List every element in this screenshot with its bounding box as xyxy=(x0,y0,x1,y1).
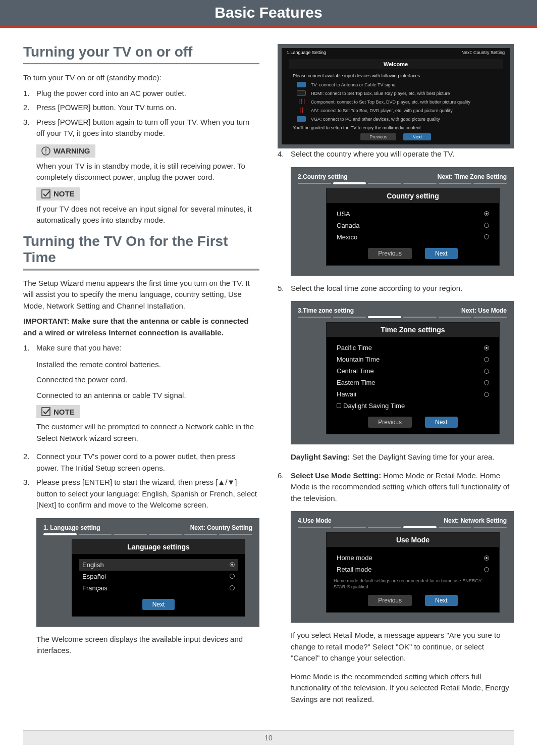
tz-option-dst[interactable]: Daylight Saving Time xyxy=(334,400,492,412)
component-icon: ┆┆┆ xyxy=(297,99,306,105)
progress-bar xyxy=(43,533,252,535)
section2-p1: The Setup Wizard menu appears the first … xyxy=(23,278,259,312)
next-button[interactable]: Next xyxy=(425,417,458,428)
right-step-4: 4.Select the country where you will oper… xyxy=(278,148,514,160)
section2-title: Turning the TV On for the First Time xyxy=(23,233,259,266)
previous-button[interactable]: Previous xyxy=(368,417,412,428)
next-button[interactable]: Next xyxy=(142,599,175,610)
section-divider xyxy=(23,63,259,65)
important-text: IMPORTANT: Make sure that the antenna or… xyxy=(23,316,259,338)
radio-icon xyxy=(484,567,489,572)
radio-icon xyxy=(230,562,235,567)
step-number: 5. xyxy=(278,283,287,294)
tz-option-hawaii[interactable]: Hawaii xyxy=(334,388,492,400)
progress-bar xyxy=(298,526,507,528)
left-column: Turning your TV on or off To turn your T… xyxy=(23,44,259,712)
shot-next-label: Next: Use Mode xyxy=(461,307,507,314)
av-icon: ┆┆ xyxy=(297,108,306,113)
radio-icon xyxy=(230,585,235,590)
language-box-title: Language settings xyxy=(72,540,245,554)
radio-icon xyxy=(484,369,489,374)
country-box-title: Country setting xyxy=(327,189,499,203)
tz-option-central[interactable]: Central Time xyxy=(334,365,492,377)
welcome-footer: You'll be guided to setup the TV to enjo… xyxy=(282,123,510,133)
warning-text: When your TV is in standby mode, it is s… xyxy=(36,161,259,183)
progress-bar xyxy=(298,316,507,318)
svg-rect-4 xyxy=(42,408,50,416)
note-badge: NOTE xyxy=(36,405,80,418)
note-label: NOTE xyxy=(53,408,75,416)
check-icon xyxy=(41,407,50,416)
tz-option-mountain[interactable]: Mountain Time xyxy=(334,354,492,365)
check-icon xyxy=(41,189,50,198)
use-mode-box: Use Mode Home mode Retail mode Home mode… xyxy=(326,532,500,613)
vga-icon xyxy=(297,116,306,122)
next-button[interactable]: Next xyxy=(425,248,458,259)
country-option-canada[interactable]: Canada xyxy=(334,220,492,231)
daylight-saving-text: Daylight Saving: Set the Daylight Saving… xyxy=(278,451,514,463)
right-step-6: 6.Select Use Mode Setting: Home Mode or … xyxy=(278,470,514,505)
section2-steps: 1.Make sure that you have: xyxy=(23,342,259,354)
step-text: Connect your TV's power cord to a power … xyxy=(36,451,259,474)
welcome-row-av: ┆┆A/V: connect to Set Top Box, DVD playe… xyxy=(282,106,510,115)
radio-icon xyxy=(484,380,489,385)
page-number: 10 xyxy=(23,730,514,745)
radio-icon xyxy=(230,574,235,579)
step-number: 6. xyxy=(278,470,287,505)
right-step-5: 5.Select the local time zone according t… xyxy=(278,283,514,294)
checkbox-icon xyxy=(337,404,341,408)
country-option-mexico[interactable]: Mexico xyxy=(334,231,492,243)
retail-mode-text-1: If you select Retail Mode, a message app… xyxy=(278,630,514,664)
tv-icon xyxy=(297,82,306,87)
step-number: 3. xyxy=(23,117,32,139)
timezone-setting-screenshot: 3.Time zone setting Next: Use Mode Time … xyxy=(291,301,514,444)
note-badge: NOTE xyxy=(36,187,80,200)
step-number: 1. xyxy=(23,342,32,354)
shot-step-label: 4.Use Mode xyxy=(298,517,332,524)
next-button[interactable]: Next xyxy=(403,133,431,140)
language-option-french[interactable]: Français xyxy=(79,582,238,594)
radio-icon xyxy=(484,357,489,362)
welcome-screenshot: 1.Language Setting Next: Country Setting… xyxy=(278,44,514,148)
shot-next-label: Next: Time Zone Setting xyxy=(438,173,507,180)
right-column: 1.Language Setting Next: Country Setting… xyxy=(278,44,514,712)
step-text: Select Use Mode Setting: Home Mode or Re… xyxy=(291,470,514,505)
section1-intro: To turn your TV on or off (standby mode)… xyxy=(23,72,259,84)
radio-icon xyxy=(484,392,489,397)
section1-title: Turning your TV on or off xyxy=(23,44,259,60)
substep: Connected to an antenna or cable TV sign… xyxy=(36,390,259,401)
welcome-row-vga: VGA: connect to PC and other devices, wi… xyxy=(282,115,510,123)
previous-button[interactable]: Previous xyxy=(360,133,396,140)
shot-step-label: 2.Country setting xyxy=(298,173,348,180)
step-text: Plug the power cord into an AC power out… xyxy=(36,88,186,99)
next-button[interactable]: Next xyxy=(425,595,458,606)
language-option-english[interactable]: English xyxy=(79,559,238,571)
tz-option-eastern[interactable]: Eastern Time xyxy=(334,377,492,388)
use-option-retail[interactable]: Retail mode xyxy=(334,564,492,575)
step-number: 2. xyxy=(23,102,32,114)
step-number: 2. xyxy=(23,451,32,474)
shot-step-label: 1. Language setting xyxy=(43,524,100,531)
use-mode-screenshot: 4.Use Mode Next: Network Setting Use Mod… xyxy=(291,511,514,623)
timezone-box-title: Time Zone settings xyxy=(327,323,499,337)
previous-button[interactable]: Previous xyxy=(368,595,412,606)
tz-option-pacific[interactable]: Pacific Time xyxy=(334,342,492,354)
radio-icon xyxy=(484,234,489,239)
previous-button[interactable]: Previous xyxy=(368,248,412,259)
section2-steps-cont: 2.Connect your TV's power cord to a powe… xyxy=(23,451,259,511)
step-number: 1. xyxy=(23,88,32,99)
substep: Connected the power cord. xyxy=(36,374,259,386)
country-option-usa[interactable]: USA xyxy=(334,208,492,220)
shot-step-label: 3.Time zone setting xyxy=(298,307,354,314)
use-option-home[interactable]: Home mode xyxy=(334,552,492,564)
welcome-description: The Welcome screen displays the availabl… xyxy=(23,634,259,657)
language-option-spanish[interactable]: Español xyxy=(79,571,238,582)
substep: Installed the remote control batteries. xyxy=(36,359,259,371)
warning-badge: WARNING xyxy=(36,144,95,158)
welcome-next-label: Next: Country Setting xyxy=(461,50,505,55)
step-number: 3. xyxy=(23,477,32,511)
timezone-box: Time Zone settings Pacific Time Mountain… xyxy=(326,322,500,434)
note-text: The customer will be prompted to connect… xyxy=(36,421,259,444)
welcome-row-tv: TV: connect to Antenna or Cable TV signa… xyxy=(282,80,510,89)
country-box: Country setting USA Canada Mexico Previo… xyxy=(326,188,500,266)
